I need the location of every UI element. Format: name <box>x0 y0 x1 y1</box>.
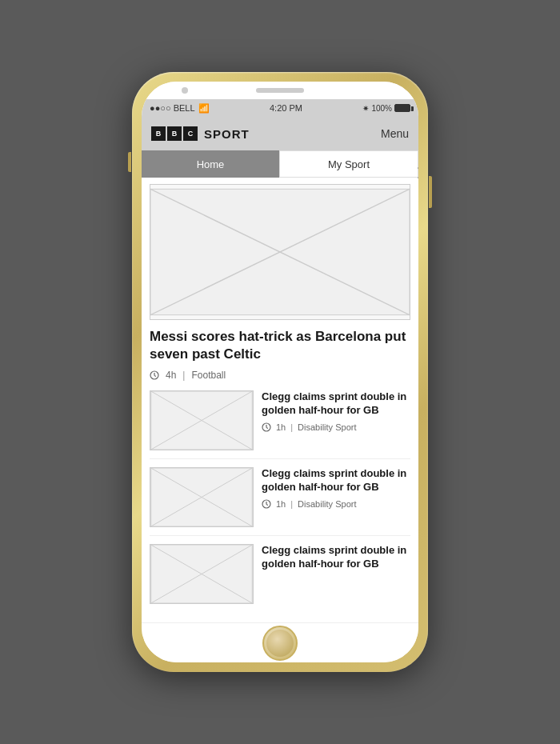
tab-home-label: Home <box>197 158 225 170</box>
svg-line-17 <box>266 504 268 505</box>
clock-icon <box>262 422 271 432</box>
phone-screen: ●●○○ BELL 📶 4:20 PM ✷ 100% B B C SPORT M… <box>142 82 418 662</box>
svg-line-11 <box>266 427 268 428</box>
menu-button[interactable]: Menu <box>381 127 409 140</box>
carrier-text: ●●○○ BELL <box>150 103 195 113</box>
main-headline[interactable]: Messi scores hat-trick as Barcelona put … <box>150 328 410 363</box>
tab-mysport-label: My Sport <box>328 158 370 170</box>
bbc-logo: B B C SPORT <box>151 126 250 141</box>
article-category: Disability Sport <box>298 499 356 509</box>
svg-line-5 <box>154 376 156 377</box>
article-meta: 1h | Disability Sport <box>262 422 410 432</box>
battery-icon <box>394 104 410 112</box>
phone-notch <box>142 82 418 99</box>
article-content: Clegg claims sprint double in golden hal… <box>262 390 410 450</box>
battery-pct: 100% <box>371 104 392 113</box>
tab-mysport[interactable]: My Sport 〉 <box>279 150 418 178</box>
article-content: Clegg claims sprint double in golden hal… <box>262 467 410 527</box>
cursor-icon: 〉 <box>418 166 418 179</box>
phone-frame: ●●○○ BELL 📶 4:20 PM ✷ 100% B B C SPORT M… <box>132 72 428 672</box>
nav-tabs: Home My Sport 〉 <box>142 150 418 178</box>
bbc-boxes: B B C <box>151 126 198 141</box>
bbc-box-b3: C <box>183 126 198 141</box>
article-thumb <box>150 544 254 604</box>
home-button-inner <box>266 630 294 657</box>
home-button[interactable] <box>262 626 298 661</box>
bbc-box-b1: B <box>151 126 166 141</box>
article-time: 1h <box>276 499 286 509</box>
main-article-meta: 4h | Football <box>150 370 410 381</box>
article-time: 1h <box>276 422 286 432</box>
bbc-box-b2: B <box>167 126 182 141</box>
article-item[interactable]: Clegg claims sprint double in golden hal… <box>150 390 410 459</box>
status-time: 4:20 PM <box>270 103 302 113</box>
clock-icon <box>150 370 159 380</box>
article-title: Clegg claims sprint double in golden hal… <box>262 390 410 418</box>
sport-label: SPORT <box>204 127 250 141</box>
status-bar: ●●○○ BELL 📶 4:20 PM ✷ 100% <box>142 99 418 117</box>
article-item[interactable]: Clegg claims sprint double in golden hal… <box>150 467 410 536</box>
wifi-icon: 📶 <box>198 103 210 114</box>
main-article-time: 4h <box>166 370 176 381</box>
tab-home[interactable]: Home <box>142 150 279 178</box>
article-thumb <box>150 390 254 450</box>
camera-dot <box>182 87 188 94</box>
power-button <box>429 176 432 208</box>
article-item[interactable]: Clegg claims sprint double in golden hal… <box>150 544 410 612</box>
article-thumb <box>150 467 254 527</box>
article-meta: 1h | Disability Sport <box>262 499 410 509</box>
meta-separator: | <box>182 370 185 381</box>
article-content: Clegg claims sprint double in golden hal… <box>262 544 410 604</box>
speaker <box>256 88 304 93</box>
article-title: Clegg claims sprint double in golden hal… <box>262 467 410 494</box>
hero-image <box>150 184 410 320</box>
main-article-category: Football <box>191 370 226 381</box>
volume-button <box>128 152 131 172</box>
article-category: Disability Sport <box>298 422 356 432</box>
clock-icon <box>262 499 271 509</box>
phone-bottom <box>142 622 418 662</box>
content-area: Messi scores hat-trick as Barcelona put … <box>142 178 418 622</box>
article-title: Clegg claims sprint double in golden hal… <box>262 544 410 571</box>
status-left: ●●○○ BELL 📶 <box>150 103 210 114</box>
bluetooth-icon: ✷ <box>362 104 369 113</box>
status-right: ✷ 100% <box>362 104 410 113</box>
app-header: B B C SPORT Menu <box>142 117 418 150</box>
